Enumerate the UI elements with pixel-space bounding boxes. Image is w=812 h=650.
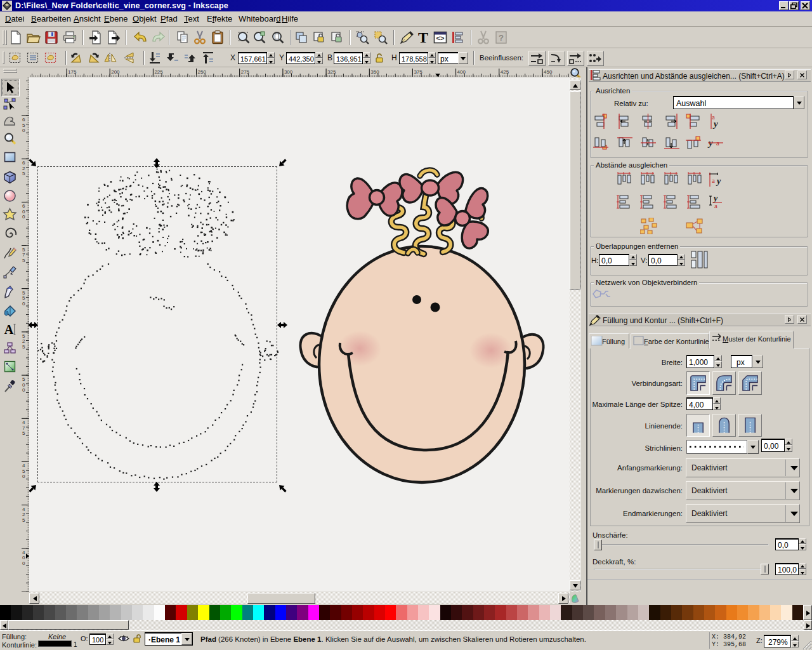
svg-text:a: a — [714, 202, 717, 209]
svg-text:a: a — [712, 176, 715, 184]
svg-text:0: 0 — [22, 214, 25, 220]
svg-text:0: 0 — [22, 387, 25, 393]
svg-text:?: ? — [499, 33, 504, 43]
svg-text:0: 0 — [22, 301, 25, 307]
svg-text:5: 5 — [22, 430, 25, 436]
svg-text:A: A — [4, 322, 14, 336]
svg-text:0: 0 — [22, 474, 25, 479]
svg-text:5: 5 — [22, 517, 25, 523]
svg-text:5: 5 — [22, 258, 25, 263]
svg-text:<>: <> — [436, 34, 445, 42]
svg-text:0: 0 — [22, 128, 25, 133]
svg-text:T: T — [418, 30, 428, 45]
svg-text:0: 0 — [22, 560, 25, 566]
svg-text:5: 5 — [22, 171, 25, 176]
svg-text:y: y — [716, 176, 721, 186]
svg-text:5: 5 — [22, 344, 25, 350]
svg-text:y: y — [712, 119, 718, 129]
